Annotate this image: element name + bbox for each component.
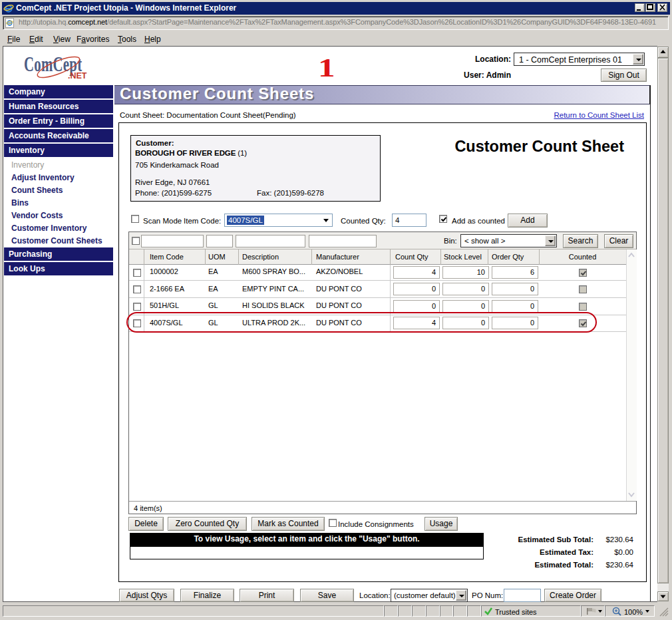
svg-text:.NET: .NET xyxy=(68,71,87,80)
